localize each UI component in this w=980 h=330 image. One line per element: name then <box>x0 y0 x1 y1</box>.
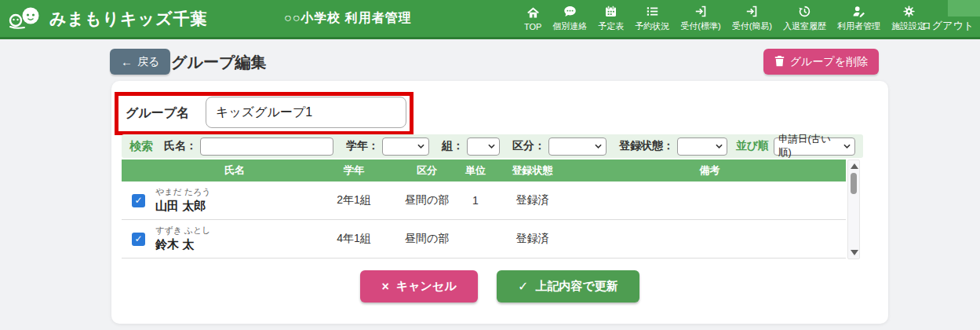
status-select[interactable] <box>677 138 727 156</box>
grade-filter-label: 学年： <box>346 139 379 153</box>
main-nav: TOP 個別連絡 予定表 予約状況 <box>519 0 931 37</box>
check-icon: ✓ <box>134 195 142 206</box>
chevron-down-icon <box>417 144 424 148</box>
col-header-unit: 単位 <box>460 163 491 178</box>
cell-grade: 4年1組 <box>314 232 394 246</box>
sort-order-select[interactable]: 申請日(古い順) <box>774 138 855 156</box>
logo-text: みまもりキッズ千葉 <box>49 8 207 30</box>
scrollbar-thumb[interactable] <box>851 173 857 194</box>
status-filter-label: 登録状態： <box>619 139 674 153</box>
app-title: ○○小学校 利用者管理 <box>284 0 412 37</box>
col-header-status: 登録状態 <box>491 163 574 178</box>
nav-item-checkin-standard[interactable]: 受付(標準) <box>675 5 726 32</box>
table-header-row: 氏名 学年 区分 単位 登録状態 備考 <box>122 160 846 182</box>
category-select[interactable] <box>548 138 607 156</box>
user-edit-icon <box>852 5 865 18</box>
cell-unit: 1 <box>460 194 491 207</box>
nav-item-user-management[interactable]: 利用者管理 <box>832 5 886 32</box>
cancel-button[interactable]: × キャンセル <box>360 270 478 302</box>
scroll-down-arrow[interactable] <box>851 250 858 255</box>
category-filter-label: 区分： <box>512 139 545 153</box>
scroll-up-arrow[interactable] <box>851 163 858 169</box>
sign-in-icon <box>745 5 759 18</box>
calendar-icon <box>604 5 618 18</box>
trash-icon <box>774 55 785 69</box>
form-actions: × キャンセル ✓ 上記内容で更新 <box>111 270 888 302</box>
chevron-down-icon <box>843 144 851 148</box>
logo-mascot-icon <box>8 6 44 32</box>
page: みまもりキッズ千葉 ○○小学校 利用者管理 TOP 個別連絡 予定表 <box>0 0 980 330</box>
cell-grade: 2年1組 <box>314 193 394 207</box>
nav-item-top[interactable]: TOP <box>519 6 547 31</box>
app-logo[interactable]: みまもりキッズ千葉 <box>8 0 207 37</box>
table-row: ✓ すずき ふとし 鈴木 太 4年1組 昼間の部 登録済 <box>122 220 846 258</box>
logout-highlight <box>948 0 980 16</box>
page-title: グループ編集 <box>171 52 266 73</box>
member-name: 鈴木 太 <box>155 236 314 252</box>
nav-item-messages[interactable]: 個別連絡 <box>547 5 592 32</box>
search-bar: 検索 氏名： 学年： 組： 区分： 登録状態： 並び順 <box>122 134 863 158</box>
search-section-label: 検索 <box>129 139 153 154</box>
member-kana: やまだ たろう <box>155 187 314 198</box>
class-select[interactable] <box>467 138 500 156</box>
cell-category: 昼間の部 <box>394 193 460 207</box>
row-checkbox[interactable]: ✓ <box>132 233 145 246</box>
home-icon <box>526 6 540 20</box>
member-name: 山田 太郎 <box>155 198 314 214</box>
logout-link[interactable]: ログアウト <box>921 19 974 33</box>
nav-item-checkin-simple[interactable]: 受付(簡易) <box>727 5 778 32</box>
cell-category: 昼間の部 <box>394 232 460 246</box>
table-row: ✓ やまだ たろう 山田 太郎 2年1組 昼間の部 1 登録済 <box>122 182 846 220</box>
chevron-down-icon <box>488 144 495 148</box>
gear-icon <box>902 5 916 18</box>
update-button[interactable]: ✓ 上記内容で更新 <box>497 270 639 302</box>
back-button[interactable]: ← 戻る <box>110 49 170 75</box>
nav-item-reservations[interactable]: 予約状況 <box>629 5 675 32</box>
cell-status: 登録済 <box>491 193 574 207</box>
comment-icon <box>563 5 577 18</box>
members-table: 氏名 学年 区分 単位 登録状態 備考 ✓ やまだ たろう 山田 太郎 2年1組 <box>122 160 846 259</box>
list-icon <box>646 5 659 18</box>
back-arrow-icon: ← <box>121 55 133 68</box>
name-filter-label: 氏名： <box>164 139 197 153</box>
col-header-note: 備考 <box>574 163 846 178</box>
group-edit-card: グループ名 検索 氏名： 学年： 組： 区分： 登録状態： <box>111 81 888 324</box>
chevron-down-icon <box>716 144 723 148</box>
grade-select[interactable] <box>382 138 429 156</box>
sign-in-icon <box>694 5 708 18</box>
cell-status: 登録済 <box>491 232 574 246</box>
table-scrollbar <box>847 160 860 259</box>
nav-item-schedule[interactable]: 予定表 <box>592 5 629 32</box>
col-header-category: 区分 <box>394 163 460 178</box>
col-header-grade: 学年 <box>314 163 394 178</box>
class-filter-label: 組： <box>442 139 464 153</box>
x-icon: × <box>381 280 388 294</box>
nav-item-entry-history[interactable]: 入退室履歴 <box>778 5 832 32</box>
group-name-label: グループ名 <box>126 105 189 122</box>
delete-group-button[interactable]: グループを削除 <box>763 49 879 75</box>
history-icon <box>798 5 811 18</box>
row-checkbox[interactable]: ✓ <box>132 194 145 207</box>
sort-order-label: 並び順 <box>736 139 769 153</box>
member-kana: すずき ふとし <box>155 226 314 236</box>
col-header-name: 氏名 <box>155 163 314 178</box>
chevron-down-icon <box>595 144 602 148</box>
check-icon: ✓ <box>134 233 142 244</box>
name-search-input[interactable] <box>200 138 333 156</box>
top-header-bar: みまもりキッズ千葉 ○○小学校 利用者管理 TOP 個別連絡 予定表 <box>0 0 980 39</box>
check-icon: ✓ <box>518 279 528 294</box>
group-name-input[interactable] <box>206 97 406 128</box>
